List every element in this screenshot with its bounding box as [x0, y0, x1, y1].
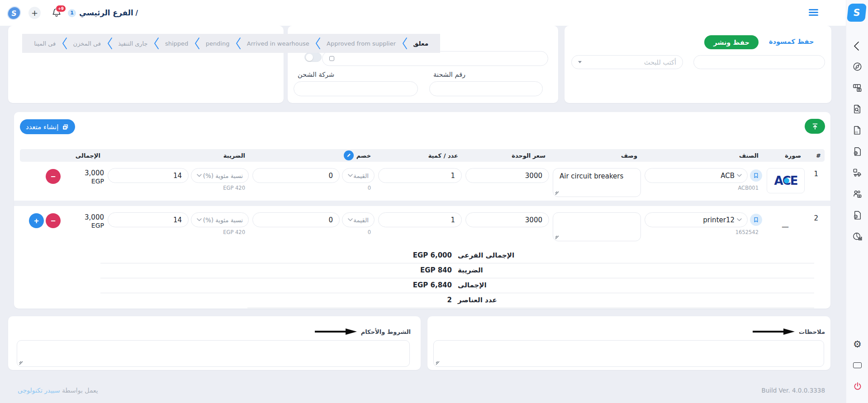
- supplier-search-select[interactable]: أكتب للبحث: [571, 55, 683, 69]
- sidebar-item-display[interactable]: [852, 360, 863, 370]
- app-logo-icon[interactable]: S: [6, 6, 21, 20]
- row-total-amount: 3,000: [64, 213, 104, 221]
- sidebar-item-purchase-orders[interactable]: [852, 146, 863, 157]
- inventory-document-icon: [852, 210, 863, 220]
- edit-discount-icon[interactable]: [344, 150, 354, 160]
- brand-logo-icon[interactable]: S: [847, 4, 867, 22]
- resize-handle-icon[interactable]: [19, 361, 23, 365]
- discount-type-select[interactable]: القيمة: [342, 168, 375, 183]
- save-publish-button[interactable]: حفظ ونشر: [704, 35, 759, 49]
- quantity-input[interactable]: [378, 168, 462, 183]
- resize-handle-icon[interactable]: [555, 235, 559, 239]
- power-icon: [853, 381, 863, 391]
- unit-price-cell: [465, 164, 549, 197]
- notes-card: ملاحظات: [427, 316, 830, 370]
- sidebar-item-settings[interactable]: ⚙: [852, 339, 863, 350]
- stage-pending-hold[interactable]: معلق: [413, 40, 428, 47]
- stage-in-stock[interactable]: فى المخزن: [73, 40, 101, 47]
- tax-value-input[interactable]: [108, 212, 189, 227]
- sidebar-item-logout[interactable]: [852, 381, 863, 391]
- upload-items-button[interactable]: [805, 119, 825, 134]
- multi-create-label: إنشاء متعدد: [26, 123, 58, 131]
- multi-create-button[interactable]: إنشاء متعدد: [20, 119, 75, 134]
- sidebar-item-quotations[interactable]: [852, 104, 863, 114]
- breadcrumb[interactable]: الفرع الرئيسي: [79, 9, 133, 17]
- checkbox-icon[interactable]: [329, 56, 334, 61]
- item-select-cell: ACB ACB001: [645, 164, 762, 197]
- remove-row-button[interactable]: −: [46, 213, 61, 228]
- item-select[interactable]: ACB: [645, 168, 748, 183]
- shipment-number-group: رقم الشحنة: [429, 71, 543, 96]
- sidebar-item-customers[interactable]: [852, 189, 863, 199]
- shipping-option-field[interactable]: [322, 51, 548, 66]
- item-row-2: 2 — printer12 1652542: [20, 209, 825, 241]
- tax-value-input[interactable]: [108, 168, 189, 183]
- pos-register-icon: [852, 83, 863, 93]
- tax-type-value: نسبة مئوية (%): [203, 216, 243, 224]
- product-image[interactable]: ACE: [767, 168, 805, 193]
- terms-textarea[interactable]: [17, 340, 410, 367]
- sidebar-item-invoices[interactable]: (i): [852, 125, 863, 136]
- shipping-toggle[interactable]: [304, 52, 322, 62]
- branch-count-badge: 1: [68, 9, 76, 17]
- sidebar-item-pos[interactable]: [852, 83, 863, 93]
- discount-cell: القيمة 0: [252, 209, 375, 241]
- bookmark-icon[interactable]: [750, 214, 762, 226]
- supplier-extra-input[interactable]: [693, 55, 825, 69]
- tax-type-select[interactable]: نسبة مئوية (%): [191, 212, 249, 227]
- add-row-button[interactable]: +: [29, 213, 44, 228]
- tax-total-label: الضريبة: [458, 266, 483, 274]
- upload-icon: [811, 123, 819, 130]
- bookmark-icon[interactable]: [750, 169, 762, 182]
- tax-cell: نسبة مئوية (%) EGP 420: [108, 209, 249, 241]
- build-version: Build Ver. 4.0.0.3338: [761, 387, 825, 394]
- svg-text:(i): (i): [855, 131, 858, 134]
- quantity-input[interactable]: [378, 212, 462, 227]
- description-textarea[interactable]: [553, 212, 641, 241]
- row-divider: [14, 201, 830, 206]
- sidebar-item-reports[interactable]: [852, 231, 863, 242]
- discount-value-input[interactable]: [252, 212, 340, 227]
- stage-pending[interactable]: pending: [206, 40, 230, 47]
- resize-handle-icon[interactable]: [555, 191, 559, 195]
- header-left-group: S + +9 1 الفرع الرئيسي /: [7, 0, 138, 26]
- menu-hamburger-icon[interactable]: [809, 9, 818, 17]
- discount-value-input[interactable]: [252, 168, 340, 183]
- notifications-button[interactable]: +9: [52, 7, 62, 19]
- notes-textarea[interactable]: [433, 340, 824, 367]
- description-textarea[interactable]: Air circuit breakers: [553, 168, 641, 197]
- shipment-number-input[interactable]: [429, 81, 543, 96]
- quick-add-button[interactable]: +: [28, 7, 41, 19]
- document-info-icon: (i): [852, 125, 863, 136]
- display-icon: [853, 362, 862, 368]
- unit-price-input[interactable]: [465, 168, 549, 183]
- sidebar-item-inventory[interactable]: [852, 210, 863, 220]
- reports-chart-icon: [852, 231, 863, 242]
- stage-shipped[interactable]: shipped: [165, 40, 188, 47]
- stage-arrived-warehouse[interactable]: Arrived in wearhouse: [247, 40, 309, 47]
- vendor-link[interactable]: سبيدر تكنولوجى: [18, 387, 60, 394]
- collapse-chevron-icon: [852, 41, 862, 52]
- col-discount: خصم: [252, 150, 375, 160]
- sidebar-collapse-button[interactable]: [852, 41, 862, 52]
- discount-cell: القيمة 0: [252, 164, 375, 197]
- item-select[interactable]: printer12: [645, 212, 748, 227]
- remove-row-button[interactable]: −: [46, 169, 61, 184]
- row-total: 3,000 EGP: [64, 209, 104, 241]
- resize-handle-icon[interactable]: [436, 361, 440, 365]
- stage-at-port[interactable]: فى المينا: [34, 40, 56, 47]
- sidebar-item-shipments[interactable]: [852, 168, 863, 178]
- row-actions: −: [21, 164, 61, 197]
- stage-approved-supplier[interactable]: Approved from supplier: [327, 40, 396, 47]
- shipping-company-input[interactable]: [294, 81, 418, 96]
- discount-type-select[interactable]: القيمة: [342, 212, 375, 227]
- stage-in-progress[interactable]: جارى التنفيذ: [118, 40, 147, 47]
- tax-type-select[interactable]: نسبة مئوية (%): [191, 168, 249, 183]
- discount-type-value: القيمة: [353, 172, 369, 179]
- sidebar-item-dashboard[interactable]: [852, 61, 863, 72]
- workflow-status-bar: معلق Approved from supplier Arrived in w…: [22, 34, 440, 53]
- chevron-down-icon: [348, 174, 353, 177]
- unit-price-input[interactable]: [465, 212, 549, 227]
- save-draft-button[interactable]: حفظ كمسودة: [769, 38, 814, 45]
- description-cell: Air circuit breakers: [553, 164, 641, 197]
